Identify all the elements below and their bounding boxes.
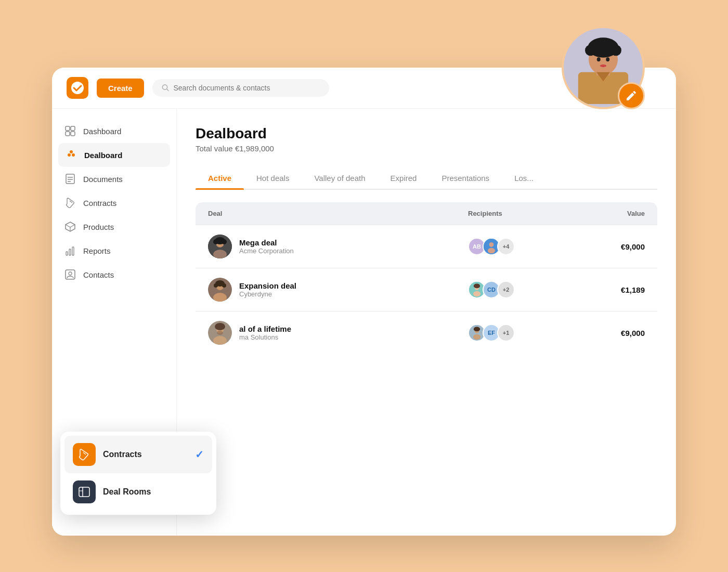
- edit-badge[interactable]: [618, 82, 645, 109]
- table-row[interactable]: al of a lifetime ma Solutions: [196, 311, 657, 354]
- svg-point-68: [473, 334, 480, 340]
- sidebar-item-contacts[interactable]: Contacts: [52, 263, 176, 287]
- deal-avatar: [208, 278, 232, 302]
- recipients-cell: EF +1: [468, 324, 582, 342]
- svg-point-11: [606, 57, 609, 61]
- svg-point-49: [489, 242, 494, 247]
- svg-point-60: [474, 284, 480, 289]
- main-content: Dealboard Total value €1,989,000 Active …: [177, 109, 676, 536]
- sidebar-label-dealboard: Dealboard: [84, 151, 122, 160]
- sidebar-item-contracts[interactable]: Contracts: [52, 191, 176, 215]
- svg-point-64: [215, 323, 225, 330]
- sidebar-item-reports[interactable]: Reports: [52, 239, 176, 263]
- dealboard-icon: [66, 149, 77, 161]
- svg-point-22: [72, 153, 75, 157]
- svg-point-69: [474, 327, 480, 332]
- page-subtitle: Total value €1,989,000: [196, 144, 657, 153]
- svg-point-12: [600, 64, 606, 67]
- deal-name: Expansion deal: [239, 281, 296, 290]
- user-profile-area: [562, 26, 645, 109]
- dropdown-contracts-label: Contracts: [103, 450, 142, 459]
- tab-active[interactable]: Active: [196, 167, 244, 189]
- table-row[interactable]: Mega deal Acme Corporation AB: [196, 225, 657, 268]
- deal-cell: Mega deal Acme Corporation: [208, 235, 468, 258]
- dropdown-item-dealrooms[interactable]: Deal Rooms: [64, 473, 212, 511]
- svg-rect-24: [66, 174, 74, 184]
- recipient-count: +2: [497, 281, 515, 298]
- deal-avatar: [208, 321, 232, 345]
- svg-point-59: [473, 291, 480, 297]
- svg-rect-38: [79, 487, 89, 497]
- selected-checkmark: ✓: [195, 448, 204, 461]
- tab-presentations[interactable]: Presentations: [429, 167, 502, 189]
- deal-value: €9,000: [582, 242, 645, 251]
- tab-lost[interactable]: Los...: [502, 167, 546, 189]
- dropdown-contracts-icon: [73, 443, 96, 466]
- logo: [67, 77, 88, 99]
- svg-point-47: [222, 239, 227, 244]
- svg-line-30: [70, 225, 75, 227]
- search-bar: [152, 79, 329, 97]
- deal-avatar: [208, 235, 232, 258]
- deals-table: Deal Recipients Value: [196, 202, 657, 354]
- deal-company: Acme Corporation: [239, 247, 294, 255]
- search-input[interactable]: [174, 84, 320, 92]
- svg-rect-18: [71, 126, 75, 131]
- outer-wrapper: Create: [52, 68, 676, 536]
- svg-point-50: [488, 248, 495, 254]
- svg-rect-34: [72, 247, 74, 255]
- search-icon: [162, 84, 170, 92]
- body-layout: Dashboard Dealboard: [52, 109, 676, 536]
- deal-value: €9,000: [582, 329, 645, 337]
- sidebar-label-documents: Documents: [83, 175, 123, 184]
- tab-expired[interactable]: Expired: [378, 167, 430, 189]
- svg-point-9: [598, 39, 608, 49]
- contacts-icon: [64, 269, 76, 280]
- dashboard-icon: [64, 125, 76, 137]
- deal-info: al of a lifetime ma Solutions: [239, 324, 291, 341]
- recipient-count: +1: [497, 324, 515, 342]
- recipients-cell: AB +4: [468, 238, 582, 255]
- svg-point-65: [217, 331, 223, 335]
- tab-valley-of-death[interactable]: Valley of death: [302, 167, 378, 189]
- svg-line-29: [66, 225, 70, 227]
- dropdown-menu: Contracts ✓ Deal Rooms: [60, 432, 216, 515]
- svg-rect-19: [66, 132, 70, 136]
- dropdown-item-contracts[interactable]: Contracts ✓: [64, 436, 212, 473]
- col-recipients: Recipients: [468, 210, 582, 217]
- products-icon: [64, 221, 76, 232]
- documents-icon: [64, 173, 76, 185]
- svg-point-36: [69, 272, 72, 275]
- sidebar-label-products: Products: [83, 223, 114, 231]
- col-deal: Deal: [208, 210, 468, 217]
- tabs-bar: Active Hot deals Valley of death Expired…: [196, 167, 657, 190]
- sidebar-label-contacts: Contacts: [83, 270, 114, 279]
- main-card: Create: [52, 68, 676, 536]
- deal-company: Cyberdyne: [239, 290, 296, 298]
- create-button[interactable]: Create: [97, 79, 144, 98]
- svg-rect-32: [66, 252, 68, 255]
- sidebar-item-dealboard[interactable]: Dealboard: [58, 143, 170, 167]
- recipients-cell: CD +2: [468, 281, 582, 298]
- svg-point-56: [222, 283, 226, 288]
- sidebar-item-documents[interactable]: Documents: [52, 167, 176, 191]
- dropdown-dealrooms-label: Deal Rooms: [103, 487, 151, 497]
- deal-company: ma Solutions: [239, 333, 291, 341]
- reports-icon: [64, 245, 76, 256]
- sidebar-item-products[interactable]: Products: [52, 215, 176, 239]
- tab-hot-deals[interactable]: Hot deals: [244, 167, 302, 189]
- sidebar-label-reports: Reports: [83, 246, 111, 255]
- svg-line-16: [166, 89, 168, 90]
- deal-info: Expansion deal Cyberdyne: [239, 281, 296, 298]
- svg-rect-33: [69, 249, 71, 255]
- table-row[interactable]: Expansion deal Cyberdyne: [196, 268, 657, 311]
- col-value: Value: [582, 210, 645, 217]
- dropdown-dealrooms-icon: [73, 480, 96, 503]
- sidebar-item-dashboard[interactable]: Dashboard: [52, 119, 176, 143]
- svg-rect-17: [66, 126, 70, 131]
- deal-cell: Expansion deal Cyberdyne: [208, 278, 468, 302]
- svg-point-46: [213, 239, 218, 244]
- svg-line-37: [83, 452, 86, 454]
- deal-name: Mega deal: [239, 238, 294, 247]
- svg-point-55: [214, 283, 218, 288]
